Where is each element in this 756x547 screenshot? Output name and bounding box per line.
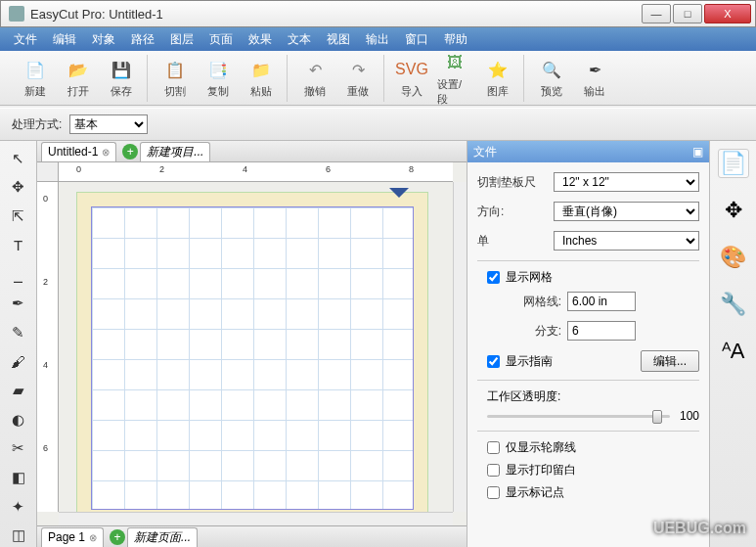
panel-header: 文件 ▣ — [467, 141, 709, 162]
crop-tool[interactable]: ◧ — [6, 466, 31, 489]
print-margin-label: 显示打印留白 — [506, 462, 576, 479]
add-document-button[interactable]: + — [122, 144, 138, 160]
subdiv-label: 分支: — [507, 323, 561, 340]
menu-窗口[interactable]: 窗口 — [397, 28, 436, 51]
show-marks-label: 显示标记点 — [506, 484, 564, 501]
close-icon[interactable]: ⊗ — [89, 532, 97, 543]
move-panel-icon[interactable]: ✥ — [718, 196, 749, 225]
redo-button[interactable]: ↷重做 — [340, 57, 376, 99]
minimize-button[interactable]: — — [642, 4, 671, 23]
brush-tool[interactable]: 🖌 — [6, 349, 31, 373]
app-icon — [9, 6, 24, 22]
subdiv-input[interactable] — [567, 321, 636, 341]
move-tool[interactable]: ✥ — [6, 176, 31, 200]
ruler-h-label: 2 — [159, 164, 164, 174]
menu-帮助[interactable]: 帮助 — [436, 28, 475, 51]
open-button[interactable]: 📂打开 — [61, 57, 96, 99]
shape-tool[interactable]: ✦ — [6, 495, 31, 519]
color-panel-icon[interactable]: 🎨 — [718, 243, 749, 272]
menu-效果[interactable]: 效果 — [241, 28, 280, 51]
paste-icon: 📁 — [248, 57, 274, 82]
maximize-button[interactable]: □ — [673, 4, 702, 23]
wrench-icon[interactable]: 🔧 — [718, 290, 749, 319]
title-bar: EasyCut Pro: Untitled-1 — □ X — [0, 0, 756, 27]
preview-button[interactable]: 🔍预览 — [534, 57, 569, 99]
ruler-v-label: 0 — [43, 194, 48, 204]
paste-button-label: 粘贴 — [250, 84, 272, 99]
show-marks-checkbox[interactable] — [487, 486, 500, 499]
right-icon-strip: 📄✥🎨🔧ᴬA — [709, 141, 756, 547]
ruler-h-label: 8 — [409, 164, 414, 174]
page-tab-strip: Page 1⊗+新建页面... — [37, 525, 467, 547]
units-select[interactable]: Inches — [554, 231, 699, 251]
text-tool[interactable]: T — [6, 234, 31, 257]
page-tab-label: Page 1 — [48, 530, 85, 544]
menu-对象[interactable]: 对象 — [84, 28, 123, 51]
page-tab[interactable]: Page 1⊗ — [41, 527, 104, 547]
outline-only-label: 仅显示轮廓线 — [506, 439, 576, 456]
menu-页面[interactable]: 页面 — [201, 28, 241, 51]
menu-编辑[interactable]: 编辑 — [45, 28, 84, 51]
print-margin-checkbox[interactable] — [487, 464, 500, 477]
processing-bar: 处理方式: 基本 — [0, 108, 756, 141]
eraser-tool[interactable]: ▰ — [6, 379, 31, 402]
gridline-input[interactable] — [567, 292, 636, 311]
orientation-select[interactable]: 垂直(肖像) — [554, 202, 699, 221]
menu-文件[interactable]: 文件 — [6, 28, 45, 51]
node-tool[interactable]: ⇱ — [6, 205, 31, 228]
library-button[interactable]: ⭐图库 — [480, 57, 515, 99]
vertical-ruler: 0246 — [37, 182, 59, 512]
mat-size-label: 切割垫板尺 — [477, 174, 548, 191]
import-button[interactable]: SVG导入 — [394, 57, 429, 99]
menu-图层[interactable]: 图层 — [162, 28, 201, 51]
close-button[interactable]: X — [704, 4, 751, 23]
show-guides-checkbox[interactable] — [487, 355, 500, 368]
undo-icon: ↶ — [302, 57, 328, 82]
document-tab[interactable]: Untitled-1⊗ — [41, 142, 116, 161]
edit-guides-button[interactable]: 编辑... — [641, 350, 699, 372]
cut-button[interactable]: 📋切割 — [157, 57, 193, 99]
select-tool[interactable]: ↖ — [6, 147, 31, 170]
menu-视图[interactable]: 视图 — [319, 28, 358, 51]
gradient-tool[interactable]: ◐ — [6, 408, 31, 432]
save-button[interactable]: 💾保存 — [104, 57, 139, 99]
text-panel-icon[interactable]: ᴬA — [718, 337, 749, 366]
new-button[interactable]: 📄新建 — [18, 57, 53, 99]
watermark: UEBUG.com — [653, 520, 746, 537]
measure-tool[interactable]: ◫ — [6, 524, 31, 547]
menu-输出[interactable]: 输出 — [358, 28, 397, 51]
panel-collapse-icon[interactable]: ▣ — [692, 145, 703, 159]
output-button[interactable]: ✒输出 — [577, 57, 612, 99]
show-grid-checkbox[interactable] — [487, 271, 500, 284]
processing-select[interactable]: 基本 — [69, 114, 148, 134]
horizontal-scrollbar[interactable] — [59, 512, 453, 525]
canvas-viewport[interactable]: 02468 0246 — [37, 162, 467, 525]
vertical-scrollbar[interactable] — [453, 182, 467, 512]
page-canvas[interactable] — [91, 206, 414, 510]
undo-button[interactable]: ↶撤销 — [297, 57, 333, 99]
close-icon[interactable]: ⊗ — [102, 147, 110, 158]
page-tab-label: 新建页面... — [134, 529, 191, 546]
save-button-label: 保存 — [111, 84, 132, 99]
line-tool[interactable]: ⎯ — [6, 263, 31, 287]
document-tab[interactable]: 新建项目... — [140, 142, 210, 161]
menu-文本[interactable]: 文本 — [280, 28, 319, 51]
cut-icon: 📋 — [162, 57, 188, 82]
left-toolbox: ↖✥⇱T⎯✒✎🖌▰◐✂◧✦◫ — [0, 141, 37, 547]
paste-button[interactable]: 📁粘贴 — [244, 57, 279, 99]
outline-only-checkbox[interactable] — [487, 441, 500, 454]
new-doc-icon[interactable]: 📄 — [718, 149, 749, 178]
page-tab[interactable]: 新建页面... — [127, 527, 198, 547]
mat-size-select[interactable]: 12" x 12" — [554, 172, 699, 192]
opacity-slider[interactable] — [487, 415, 670, 418]
pencil-tool[interactable]: ✎ — [6, 321, 31, 344]
copy-button[interactable]: 📑复制 — [200, 57, 236, 99]
knife-tool[interactable]: ✂ — [6, 436, 31, 460]
pen-tool[interactable]: ✒ — [6, 292, 31, 315]
save-icon: 💾 — [109, 57, 134, 82]
menu-路径[interactable]: 路径 — [123, 28, 162, 51]
add-page-button[interactable]: + — [110, 529, 125, 545]
cut-button-label: 切割 — [164, 84, 186, 99]
canvas-area: Untitled-1⊗+新建项目... 02468 0246 Page 1⊗+新… — [37, 141, 467, 547]
setup-button[interactable]: 🖼设置/段 — [437, 50, 472, 107]
